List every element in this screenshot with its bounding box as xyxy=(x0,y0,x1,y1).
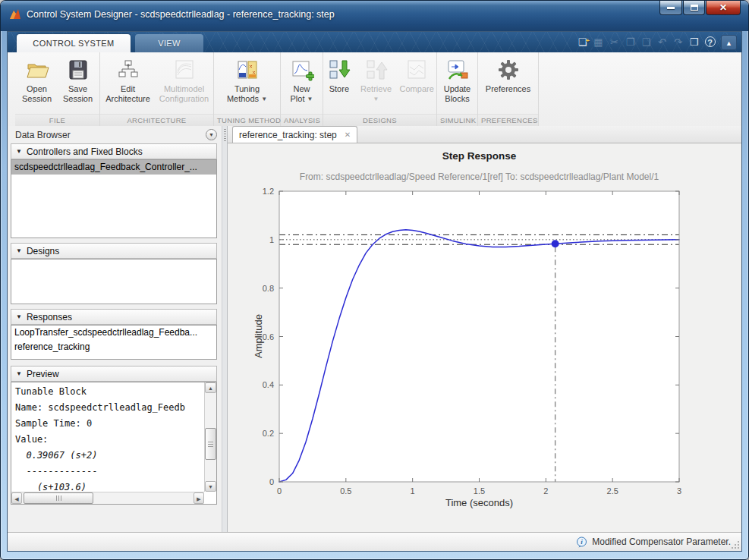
group-tuning-methods: TuningMethods ▼ TUNING METHODS xyxy=(214,52,281,126)
copy-icon[interactable]: ❐ xyxy=(622,35,638,50)
plot-title: Step Response xyxy=(279,150,679,162)
new-plot-icon xyxy=(290,58,314,82)
scroll-right-icon[interactable]: ▶ xyxy=(194,492,204,504)
document-area: reference_tracking: step ✕ 00.511.522.53… xyxy=(228,126,741,532)
ribbon: CONTROL SYSTEM VIEW ❏+ ▦ ✂ ❐ ❑ ↶ ↷ ❒ ? ▲ xyxy=(8,32,741,126)
svg-text:0.8: 0.8 xyxy=(263,284,274,293)
svg-text:1: 1 xyxy=(411,486,415,496)
tab-view[interactable]: VIEW xyxy=(135,34,203,52)
group-label-simulink: SIMULINK xyxy=(437,114,477,126)
responses-list: LoopTransfer_scdspeedctrlleadlag_Feedba.… xyxy=(11,325,217,360)
tab-reference-tracking-step[interactable]: reference_tracking: step ✕ xyxy=(232,126,357,143)
minimize-ribbon-icon[interactable]: ▲ xyxy=(721,35,737,50)
section-preview-header[interactable]: ▼ Preview xyxy=(11,366,217,382)
tuning-methods-button[interactable]: TuningMethods ▼ xyxy=(219,56,275,114)
close-button[interactable]: ✕ xyxy=(706,1,741,15)
paste-icon[interactable]: ❑ xyxy=(638,35,654,50)
svg-text:0.4: 0.4 xyxy=(263,380,274,389)
help-icon[interactable]: ? xyxy=(702,35,718,50)
group-label-designs: DESIGNS xyxy=(323,114,436,126)
preview-line: Tunable Block xyxy=(15,384,203,400)
resize-grip[interactable] xyxy=(731,540,740,549)
svg-text:0: 0 xyxy=(277,486,282,496)
list-item[interactable]: LoopTransfer_scdspeedctrlleadlag_Feedba.… xyxy=(11,326,216,340)
horizontal-scrollbar[interactable]: ◀ ▶ xyxy=(11,492,204,504)
group-label-tuning-methods: TUNING METHODS xyxy=(214,114,280,126)
group-file: OpenSession SaveSession FILE xyxy=(15,52,100,126)
list-item[interactable]: scdspeedctrlleadlag_Feedback_Controller_… xyxy=(11,160,216,175)
svg-text:1: 1 xyxy=(269,235,274,244)
scrollbar-thumb[interactable] xyxy=(24,492,93,504)
info-icon: i xyxy=(576,536,587,548)
collapse-triangle-icon: ▼ xyxy=(16,370,22,377)
window-title: Control System Designer - scdspeedctrlle… xyxy=(27,9,335,20)
edit-architecture-button[interactable]: EditArchitecture xyxy=(101,56,156,114)
minimize-button[interactable] xyxy=(659,1,682,15)
preview-line: Sample Time: 0 xyxy=(15,416,203,432)
scroll-down-icon[interactable]: ▼ xyxy=(205,481,216,492)
open-folder-icon xyxy=(25,58,49,82)
scrollbar-thumb[interactable] xyxy=(205,428,216,460)
x-axis-label: Time (seconds) xyxy=(279,497,679,508)
compare-icon xyxy=(404,58,429,82)
block-diagram-icon xyxy=(116,58,140,82)
update-blocks-icon xyxy=(445,58,470,82)
step-response-figure: 00.511.522.5300.20.40.60.811.2 Step Resp… xyxy=(228,143,741,532)
dropdown-arrow-icon: ▼ xyxy=(373,96,379,102)
svg-text:0: 0 xyxy=(269,477,274,486)
preview-line: ------------- xyxy=(15,464,203,480)
panel-splitter[interactable] xyxy=(222,126,228,532)
tab-close-icon[interactable]: ✕ xyxy=(345,131,351,139)
window-layout-icon[interactable]: ❒ xyxy=(686,35,702,50)
cut-icon[interactable]: ✂ xyxy=(606,35,622,50)
svg-text:0.2: 0.2 xyxy=(263,429,274,438)
group-label-architecture: ARCHITECTURE xyxy=(100,114,213,126)
maximize-button[interactable] xyxy=(683,1,705,15)
svg-text:1.5: 1.5 xyxy=(474,486,485,496)
redo-icon[interactable]: ↷ xyxy=(670,35,686,50)
scroll-up-icon[interactable]: ▲ xyxy=(205,382,216,393)
svg-text:2: 2 xyxy=(543,486,548,496)
save-session-button[interactable]: SaveSession xyxy=(58,56,99,114)
svg-text:2.5: 2.5 xyxy=(607,486,618,496)
y-axis-label: Amplitude xyxy=(253,314,264,358)
preview-line: 0.39067 (s+2) xyxy=(15,448,203,464)
svg-text:0.6: 0.6 xyxy=(263,332,274,341)
minimize-icon xyxy=(667,7,675,9)
tuning-methods-icon xyxy=(235,58,260,82)
ribbon-body: OpenSession SaveSession FILE xyxy=(8,52,741,126)
preferences-button[interactable]: Preferences xyxy=(481,56,536,114)
scroll-left-icon[interactable]: ◀ xyxy=(11,492,22,504)
tab-control-system[interactable]: CONTROL SYSTEM xyxy=(17,34,131,52)
status-bar: i Modified Compensator Parameter. xyxy=(8,532,741,551)
plot-io-subtitle: From: scdspeedctrlleadlag/Speed Referenc… xyxy=(279,171,679,182)
section-controllers-header[interactable]: ▼ Controllers and Fixed Blocks xyxy=(11,143,217,159)
update-blocks-button[interactable]: UpdateBlocks xyxy=(439,56,477,114)
ribbon-tabstrip: CONTROL SYSTEM VIEW ❏+ ▦ ✂ ❐ ❑ ↶ ↷ ❒ ? ▲ xyxy=(8,32,741,52)
section-designs-header[interactable]: ▼ Designs xyxy=(11,243,217,259)
save-icon[interactable]: ▦ xyxy=(590,35,606,50)
data-browser-title: Data Browser xyxy=(15,130,206,140)
vertical-scrollbar[interactable]: ▲ ▼ xyxy=(204,382,216,492)
new-figure-icon[interactable]: ❏+ xyxy=(574,35,590,50)
store-button[interactable]: Store xyxy=(323,56,355,114)
new-plot-button[interactable]: NewPlot ▼ xyxy=(282,56,322,114)
ribbon-filler xyxy=(539,52,741,126)
titlebar[interactable]: Control System Designer - scdspeedctrlle… xyxy=(1,1,748,31)
list-item[interactable]: reference_tracking xyxy=(11,340,216,354)
open-session-button[interactable]: OpenSession xyxy=(17,56,58,114)
svg-text:1.2: 1.2 xyxy=(263,187,274,196)
app-frame: CONTROL SYSTEM VIEW ❏+ ▦ ✂ ❐ ❑ ↶ ↷ ❒ ? ▲ xyxy=(7,31,742,552)
document-tab-label: reference_tracking: step xyxy=(239,130,337,140)
step-response-plot[interactable]: 00.511.522.5300.20.40.60.811.2 xyxy=(228,143,744,533)
retrieve-button[interactable]: Retrieve▼ xyxy=(355,56,398,114)
undo-icon[interactable]: ↶ xyxy=(654,35,670,50)
section-responses-header[interactable]: ▼ Responses xyxy=(11,309,217,325)
matlab-logo-icon xyxy=(8,8,22,21)
multimodel-configuration-button[interactable]: MultimodelConfiguration xyxy=(156,56,213,114)
floppy-disk-icon xyxy=(66,58,90,82)
group-architecture: EditArchitecture MultimodelConfiguration… xyxy=(100,52,214,126)
compare-button[interactable]: Compare xyxy=(397,56,436,114)
group-label-file: FILE xyxy=(15,114,99,126)
panel-menu-button[interactable]: ▼ xyxy=(206,129,217,140)
